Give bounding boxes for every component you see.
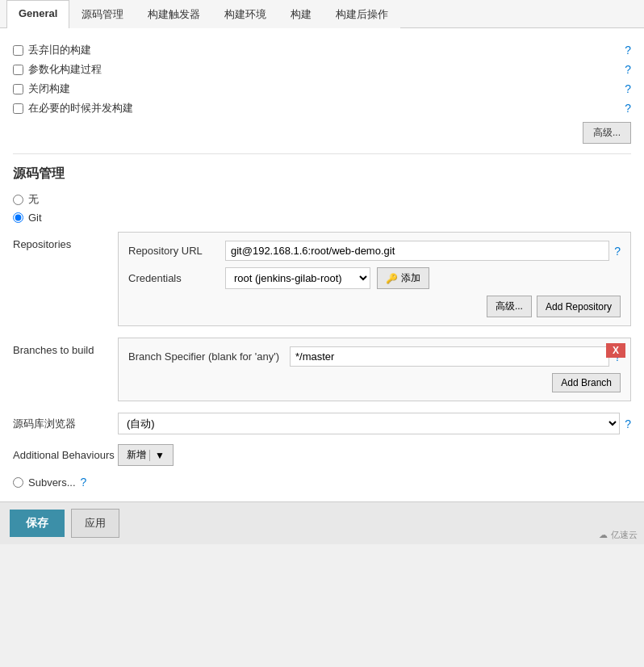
source-browser-select[interactable]: (自动) [118,413,620,434]
radio-subversion-input[interactable] [13,477,23,488]
tab-bar: General 源码管理 构建触发器 构建环境 构建 构建后操作 [0,0,644,28]
tab-build-env[interactable]: 构建环境 [212,0,278,28]
main-content: 丢弃旧的构建 ? 参数化构建过程 ? 关闭构建 ? 在必要的时候并发构建 ? 高… [0,28,644,501]
add-credentials-button[interactable]: 🔑 添加 [377,267,429,289]
help-icon-discard[interactable]: ? [625,44,631,57]
radio-none: 无 [13,192,631,207]
radio-subversion-label: Subvers... [28,476,76,489]
checkbox-item-disable: 关闭构建 ? [13,82,631,96]
branch-actions: Add Branch [128,373,621,392]
remove-branch-button[interactable]: X [606,343,625,358]
credentials-select[interactable]: root (jenkins-gilab-root) [225,267,370,289]
branch-specifier-label: Branch Specifier (blank for 'any') [128,350,290,363]
help-icon-disable[interactable]: ? [625,82,631,95]
checkbox-concurrent-label: 在必要的时候并发构建 [28,101,133,115]
additional-label: Additional Behaviours [13,449,118,461]
repositories-section: Repositories Repository URL ? Credential… [13,232,631,326]
branch-field-row: Branch Specifier (blank for 'any') ? [128,346,621,367]
key-icon: 🔑 [386,273,398,284]
radio-group: 无 Git [13,192,631,224]
checkbox-params[interactable] [13,65,23,75]
branches-label: Branches to build [13,338,118,401]
repo-url-input[interactable] [225,241,609,261]
checkbox-params-label: 参数化构建过程 [28,62,102,77]
bottom-bar: 保存 应用 ☁ 亿速云 [0,501,644,544]
checkbox-discard-label: 丢弃旧的构建 [28,43,91,57]
tab-trigger[interactable]: 构建触发器 [136,0,212,28]
new-behaviour-button[interactable]: 新增 ▼ [118,444,174,466]
repositories-label: Repositories [13,232,118,326]
checkbox-item-params: 参数化构建过程 ? [13,62,631,77]
radio-git-input[interactable] [13,212,23,223]
repositories-content: Repository URL ? Credentials root (jenki… [118,232,631,326]
new-label: 新增 [127,448,146,462]
brand-overlay: ☁ 亿速云 [599,529,638,541]
brand-icon: ☁ [599,530,608,540]
repo-url-label: Repository URL [128,245,225,257]
checkbox-item-discard: 丢弃旧的构建 ? [13,43,631,57]
section-title: 源码管理 [13,166,631,182]
advanced-btn-row: 高级... [13,122,631,144]
repo-url-row: Repository URL ? [128,241,621,261]
radio-git-label: Git [28,212,42,224]
help-icon-source-browser[interactable]: ? [625,417,631,430]
save-button[interactable]: 保存 [10,510,65,537]
repos-actions: 高级... Add Repository [128,296,621,317]
brand-text: 亿速云 [611,529,638,541]
checkbox-item-concurrent: 在必要的时候并发构建 ? [13,101,631,115]
branches-content: X Branch Specifier (blank for 'any') ? A… [118,338,631,401]
checkbox-disable-label: 关闭构建 [28,82,70,96]
source-browser-label: 源码库浏览器 [13,417,118,431]
branches-section: Branches to build X Branch Specifier (bl… [13,338,631,401]
help-icon-params[interactable]: ? [625,63,631,76]
checkbox-concurrent[interactable] [13,103,23,114]
add-branch-button[interactable]: Add Branch [552,373,621,392]
checkbox-disable[interactable] [13,84,23,94]
radio-none-label: 无 [28,192,39,207]
add-credentials-label: 添加 [401,271,420,285]
radio-subversion: Subvers... ? [13,476,631,489]
source-browser-row: 源码库浏览器 (自动) ? [13,413,631,434]
help-icon-concurrent[interactable]: ? [625,102,631,115]
additional-row: Additional Behaviours 新增 ▼ [13,444,631,466]
checkbox-discard[interactable] [13,45,23,56]
add-repository-button[interactable]: Add Repository [537,296,621,317]
tab-post-build[interactable]: 构建后操作 [324,0,400,28]
tab-build[interactable]: 构建 [278,0,324,28]
apply-button[interactable]: 应用 [71,509,119,538]
tab-source[interactable]: 源码管理 [69,0,136,28]
advanced-repo-button[interactable]: 高级... [487,296,532,317]
credentials-label: Credentials [128,272,225,284]
branch-specifier-input[interactable] [290,346,609,367]
credentials-row: Credentials root (jenkins-gilab-root) 🔑 … [128,267,621,289]
checkbox-section: 丢弃旧的构建 ? 参数化构建过程 ? 关闭构建 ? 在必要的时候并发构建 ? 高… [13,36,631,154]
help-icon-subversion[interactable]: ? [81,476,87,489]
radio-none-input[interactable] [13,195,23,205]
radio-git: Git [13,212,631,224]
help-icon-repo-url[interactable]: ? [614,245,621,258]
dropdown-arrow-icon: ▼ [149,450,165,461]
advanced-button[interactable]: 高级... [583,122,631,144]
tab-general[interactable]: General [6,0,69,28]
